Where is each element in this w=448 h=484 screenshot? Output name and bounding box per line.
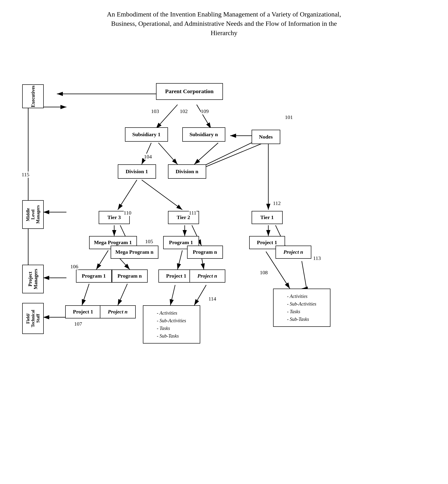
middle-managers-label: Middle LevelManagers xyxy=(25,203,40,226)
project1-left-box: Project 1 xyxy=(65,305,101,318)
diagram: Executives Middle LevelManagers ProjectM… xyxy=(15,47,433,482)
ref-114: 114 xyxy=(208,296,216,302)
programn-mid-box: Program n xyxy=(187,246,223,259)
mega-programn-label: Mega Program n xyxy=(115,249,154,255)
parent-corp-box: Parent Corporation xyxy=(156,83,223,100)
svg-line-24 xyxy=(302,261,307,289)
tier3-label: Tier 3 xyxy=(107,214,121,221)
projectn-left-label: Project n xyxy=(108,309,128,315)
svg-line-6 xyxy=(158,143,177,164)
activities-right-box: - Activities - Sub-Activities - Tasks - … xyxy=(273,289,330,327)
svg-line-7 xyxy=(118,180,137,210)
parent-corp-label: Parent Corporation xyxy=(165,88,214,95)
projectn-mid-label: Project n xyxy=(197,273,217,279)
ref-105: 105 xyxy=(145,238,153,245)
nodes-label: Nodes xyxy=(259,134,273,140)
project1-left-label: Project 1 xyxy=(73,309,93,315)
programn-mid-label: Program n xyxy=(193,249,217,255)
division1-box: Division 1 xyxy=(118,164,156,179)
nodes-box: Nodes xyxy=(252,130,280,144)
middle-managers-box: Middle LevelManagers xyxy=(22,200,44,229)
title-line2: Business, Operational, and Administrativ… xyxy=(111,20,337,27)
ref-107: 107 xyxy=(74,321,82,327)
projectn-left-box: Project n xyxy=(100,305,136,318)
tier2-label: Tier 2 xyxy=(176,214,190,221)
executives-label: Executives xyxy=(30,85,36,107)
divisionn-box: Division n xyxy=(168,164,206,179)
project-managers-box: ProjectManagers xyxy=(22,265,44,293)
project1-mid-label: Project 1 xyxy=(166,273,186,279)
ref-110: 110 xyxy=(124,210,131,216)
svg-line-19 xyxy=(170,285,175,305)
activities-right-label: - Activities - Sub-Activities - Tasks - … xyxy=(287,292,316,323)
project-managers-label: ProjectManagers xyxy=(27,269,39,289)
svg-line-8 xyxy=(142,180,182,210)
mega-programn-box: Mega Program n xyxy=(111,246,158,259)
executives-box: Executives xyxy=(22,84,44,108)
activities-mid-box: - Activities - Sub-Activities - Tasks - … xyxy=(143,305,200,343)
page: An Embodiment of the Invention Enabling … xyxy=(0,0,448,484)
division1-label: Division 1 xyxy=(126,168,148,175)
programn-left-box: Program n xyxy=(112,270,148,283)
divisionn-label: Division n xyxy=(176,168,198,175)
subsidiaryn-box: Subsidiary n xyxy=(182,127,225,142)
subsidiaryn-label: Subsidiary n xyxy=(190,131,218,138)
mega-program1-label: Mega Program 1 xyxy=(94,239,132,246)
title-line3: Hierarchy xyxy=(211,29,238,37)
projectn-right-box: Project n xyxy=(275,246,311,259)
ref-104: 104 xyxy=(144,154,152,160)
program1-left-label: Program 1 xyxy=(82,273,106,279)
project1-right-label: Project 1 xyxy=(257,239,277,246)
ref-109: 109 xyxy=(201,108,209,114)
subsidiary1-box: Subsidiary 1 xyxy=(125,127,168,142)
ref-115: 115 xyxy=(22,172,29,178)
svg-line-17 xyxy=(177,250,182,270)
ref-106: 106 xyxy=(71,263,78,270)
svg-line-20 xyxy=(194,285,206,305)
field-staff-label: Field/Technical Staff xyxy=(25,306,40,331)
subsidiary1-label: Subsidiary 1 xyxy=(132,131,160,138)
ref-102: 102 xyxy=(180,108,188,114)
ref-113: 113 xyxy=(313,255,321,261)
ref-112: 112 xyxy=(273,200,281,206)
projectn-right-label: Project n xyxy=(283,249,303,255)
project1-mid-box: Project 1 xyxy=(158,270,194,283)
projectn-mid-box: Project n xyxy=(190,270,225,283)
program1-left-box: Program 1 xyxy=(76,270,112,283)
tier1-box: Tier 1 xyxy=(252,211,283,224)
activities-mid-label: - Activities - Sub-Activities - Tasks - … xyxy=(157,309,186,340)
svg-line-13 xyxy=(82,284,89,305)
title-block: An Embodiment of the Invention Enabling … xyxy=(14,9,434,38)
program1-mid-label: Program 1 xyxy=(169,239,193,246)
svg-line-14 xyxy=(118,284,127,305)
ref-103: 103 xyxy=(151,108,159,114)
svg-line-35 xyxy=(194,143,218,164)
svg-line-11 xyxy=(96,250,108,270)
ref-108: 108 xyxy=(260,270,268,276)
ref-101: 101 xyxy=(285,114,293,120)
title-line1: An Embodiment of the Invention Enabling … xyxy=(107,10,341,18)
programn-left-label: Program n xyxy=(118,273,142,279)
field-staff-box: Field/Technical Staff xyxy=(22,303,44,334)
tier1-label: Tier 1 xyxy=(260,214,274,221)
svg-line-3 xyxy=(156,105,177,128)
ref-111: 111 xyxy=(189,210,196,216)
